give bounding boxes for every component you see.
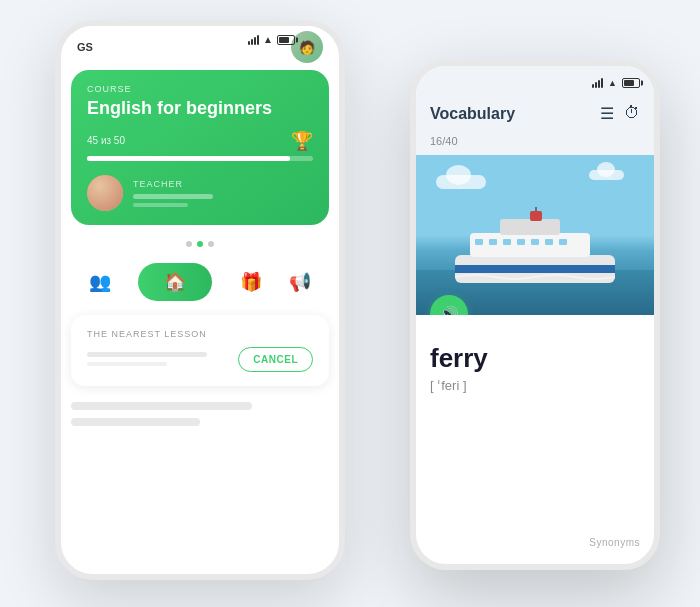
teacher-info: TEACHER (133, 179, 213, 207)
vocab-progress: 16/40 (416, 133, 654, 155)
course-label: COURSE (87, 84, 313, 94)
scene: GS ▲ 🧑 COURSE English for beginners (0, 0, 700, 607)
home-icon: 🏠 (164, 271, 186, 293)
wifi-icon-right: ▲ (608, 78, 617, 88)
synonyms-area: Synonyms (589, 532, 640, 550)
avatar[interactable]: 🧑 (291, 31, 323, 63)
svg-rect-1 (455, 265, 615, 273)
ferry-image: 🔊 (416, 155, 654, 315)
sound-icon: 🔊 (439, 305, 459, 316)
cloud-1 (436, 175, 486, 189)
dot-3[interactable] (208, 241, 214, 247)
carrier-text: GS (77, 41, 93, 53)
nav-gift-icon[interactable]: 🎁 (240, 271, 262, 293)
svg-rect-5 (489, 239, 497, 245)
nearest-bar-1 (87, 352, 207, 357)
header-icons: ☰ ⏱ (600, 104, 640, 123)
trophy-icon: 🏆 (291, 130, 313, 152)
wifi-icon: ▲ (263, 34, 273, 45)
teacher-name-bar2 (133, 203, 188, 207)
phone-left: GS ▲ 🧑 COURSE English for beginners (55, 20, 345, 580)
nearest-lesson-card: THE NEAREST LESSON CANCEL (71, 315, 329, 386)
nearest-lesson-row: CANCEL (87, 347, 313, 372)
word-section: ferry [ ˈferi ] (416, 315, 654, 411)
svg-rect-9 (545, 239, 553, 245)
progress-bar (87, 156, 313, 161)
nearest-lesson-info (87, 352, 238, 366)
svg-rect-3 (500, 219, 560, 235)
word-phonetic: [ ˈferi ] (430, 378, 640, 393)
svg-rect-2 (470, 233, 590, 257)
progress-text: 45 из 50 (87, 135, 125, 146)
status-icons-left: ▲ (248, 34, 295, 45)
synonyms-label: Synonyms (589, 537, 640, 548)
svg-rect-4 (475, 239, 483, 245)
info-icon[interactable]: ⏱ (624, 104, 640, 123)
svg-rect-8 (531, 239, 539, 245)
progress-fill (87, 156, 290, 161)
signal-icon-right (592, 78, 603, 88)
svg-rect-10 (559, 239, 567, 245)
ferry-svg (445, 205, 625, 295)
status-bar-right: ▲ (416, 66, 654, 96)
teacher-label: TEACHER (133, 179, 213, 189)
gray-bar-1 (71, 402, 252, 410)
teacher-avatar (87, 175, 123, 211)
gray-bar-2 (71, 418, 200, 426)
gray-bars (61, 392, 339, 426)
bottom-nav: 👥 🏠 🎁 📢 (61, 255, 339, 309)
word-english: ferry (430, 343, 640, 374)
nav-people-icon[interactable]: 👥 (89, 271, 111, 293)
nearest-lesson-label: THE NEAREST LESSON (87, 329, 313, 339)
list-icon[interactable]: ☰ (600, 104, 614, 123)
course-title: English for beginners (87, 98, 313, 120)
battery-icon-right (622, 78, 640, 88)
vocab-title: Vocabulary (430, 105, 515, 123)
svg-rect-6 (503, 239, 511, 245)
teacher-row: TEACHER (87, 175, 313, 211)
nearest-bar-2 (87, 362, 167, 366)
svg-rect-7 (517, 239, 525, 245)
vocab-header: Vocabulary ☰ ⏱ (416, 96, 654, 133)
phone-right: ▲ Vocabulary ☰ ⏱ 16/40 (410, 60, 660, 570)
battery-icon (277, 35, 295, 45)
teacher-name-bar (133, 194, 213, 199)
course-card: COURSE English for beginners 45 из 50 🏆 … (71, 70, 329, 225)
dot-2-active[interactable] (197, 241, 203, 247)
nav-home-button[interactable]: 🏠 (138, 263, 212, 301)
dot-1[interactable] (186, 241, 192, 247)
svg-rect-11 (530, 211, 542, 221)
cloud-2 (589, 170, 624, 180)
signal-icon (248, 35, 259, 45)
nav-megaphone-icon[interactable]: 📢 (289, 271, 311, 293)
pagination-dots (61, 233, 339, 255)
status-bar-left: GS ▲ 🧑 (61, 26, 339, 62)
cancel-button[interactable]: CANCEL (238, 347, 313, 372)
